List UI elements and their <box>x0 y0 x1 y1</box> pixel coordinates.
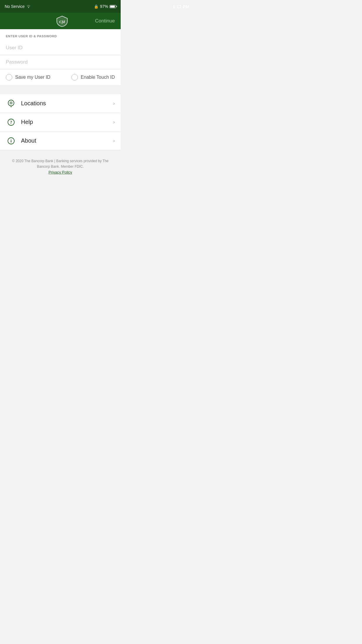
status-right: 🔒 97% <box>94 4 116 9</box>
no-service-text: No Service <box>5 4 24 9</box>
save-user-id-radio[interactable] <box>6 74 12 80</box>
about-icon: i <box>6 136 16 146</box>
locations-list-item[interactable]: Locations › <box>0 94 121 113</box>
continue-button[interactable]: Continue <box>95 18 115 24</box>
status-bar: No Service 1:17 PM 🔒 97% <box>0 0 121 13</box>
svg-point-1 <box>8 100 14 106</box>
enable-touch-id-label: Enable Touch ID <box>81 75 115 80</box>
app-header: Cfd Continue <box>0 13 121 29</box>
svg-text:?: ? <box>10 120 12 125</box>
enable-touch-id-radio[interactable] <box>71 74 78 80</box>
save-user-id-checkbox[interactable]: Save my User ID <box>6 74 50 80</box>
svg-text:i: i <box>10 139 12 143</box>
password-input[interactable] <box>0 55 121 69</box>
logo-area: Cfd <box>29 15 95 27</box>
list-section: Locations › ? Help › i About › <box>0 94 121 150</box>
locations-chevron: › <box>113 100 115 106</box>
about-label: About <box>21 137 113 144</box>
locations-label: Locations <box>21 100 113 107</box>
section-spacer <box>0 85 121 94</box>
save-user-id-label: Save my User ID <box>15 75 50 80</box>
about-list-item[interactable]: i About › <box>0 132 121 150</box>
footer-copyright: © 2020 The Bancorp Bank | Banking servic… <box>6 158 115 169</box>
app-logo: Cfd <box>55 15 69 27</box>
status-left: No Service <box>5 4 31 9</box>
help-list-item[interactable]: ? Help › <box>0 113 121 132</box>
locations-icon <box>6 98 16 109</box>
lock-icon: 🔒 <box>94 4 99 9</box>
help-label: Help <box>21 119 113 125</box>
form-section-label: ENTER USER ID & PASSWORD <box>0 29 121 41</box>
about-chevron: › <box>113 138 115 144</box>
user-id-input[interactable] <box>0 41 121 55</box>
battery-percent: 97% <box>100 4 108 9</box>
battery-icon <box>110 5 116 8</box>
footer: © 2020 The Bancorp Bank | Banking servic… <box>0 150 121 181</box>
checkboxes-row: Save my User ID Enable Touch ID <box>0 69 121 85</box>
form-section: ENTER USER ID & PASSWORD Save my User ID… <box>0 29 121 85</box>
wifi-icon <box>26 4 31 9</box>
privacy-policy-link[interactable]: Privacy Policy <box>49 170 72 174</box>
svg-point-2 <box>10 102 12 104</box>
help-icon: ? <box>6 117 16 127</box>
svg-text:Cfd: Cfd <box>59 20 65 24</box>
help-chevron: › <box>113 119 115 125</box>
enable-touch-id-checkbox[interactable]: Enable Touch ID <box>71 74 115 80</box>
